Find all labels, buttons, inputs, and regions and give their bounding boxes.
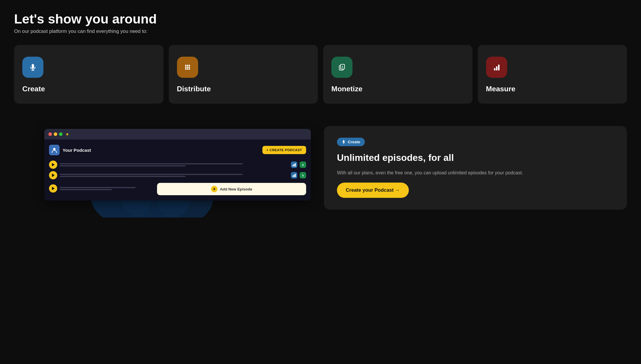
svg-rect-32 <box>294 174 295 177</box>
svg-rect-27 <box>294 164 295 166</box>
episode-row-1: $ <box>49 161 306 169</box>
play-button-3[interactable] <box>49 184 57 193</box>
svg-point-7 <box>187 67 188 68</box>
episode-lines-3 <box>60 187 155 190</box>
create-podcast-cta-button[interactable]: Create your Podcast → <box>337 183 409 198</box>
bar-chart-icon-2 <box>291 172 297 178</box>
feature-card-measure[interactable]: Measure <box>478 45 627 104</box>
podcast-name-label: Your Podcast <box>63 148 91 153</box>
info-panel-description: With all our plans, even the free one, y… <box>337 169 614 177</box>
feature-card-monetize-label: Monetize <box>331 85 362 93</box>
create-badge: Create <box>337 138 365 146</box>
episode-line-long-3 <box>60 187 136 188</box>
play-button-1[interactable] <box>49 161 57 169</box>
episode-line-short-3 <box>60 189 112 190</box>
svg-point-6 <box>188 68 190 70</box>
episode-line-short-1 <box>60 165 185 166</box>
episode-row-3: + Add New Episode <box>49 182 306 195</box>
dollar-icon-1: $ <box>300 161 306 168</box>
episode-line-long-2 <box>60 174 243 175</box>
bottom-section: ★ Your Podcast + CREATE PODCAST <box>14 118 627 218</box>
measure-icon <box>486 57 507 78</box>
svg-rect-19 <box>496 66 497 70</box>
svg-rect-20 <box>498 65 500 70</box>
podcast-avatar <box>49 145 60 155</box>
feature-card-create-label: Create <box>22 85 45 93</box>
svg-point-4 <box>185 67 186 68</box>
feature-card-distribute[interactable]: Distribute <box>169 45 318 104</box>
dollar-icon-2: $ <box>300 172 306 178</box>
svg-text:$: $ <box>302 164 303 166</box>
episode-list: $ <box>49 161 306 195</box>
svg-point-24 <box>53 148 55 150</box>
svg-rect-26 <box>293 165 293 166</box>
svg-point-9 <box>185 68 186 70</box>
illustration-panel: ★ Your Podcast + CREATE PODCAST <box>14 118 317 218</box>
svg-point-12 <box>187 68 188 70</box>
svg-point-10 <box>188 67 190 68</box>
page-title: Let's show you around <box>14 12 627 26</box>
page-subtitle: On our podcast platform you can find eve… <box>14 28 627 34</box>
create-badge-label: Create <box>348 140 360 144</box>
browser-titlebar: ★ <box>44 129 311 139</box>
svg-text:$: $ <box>302 174 303 177</box>
microphone-icon <box>22 57 43 78</box>
svg-point-11 <box>187 65 188 66</box>
info-panel-title: Unlimited episodes, for all <box>337 152 614 163</box>
episode-lines-1 <box>60 163 289 166</box>
podcast-title-row: Your Podcast <box>49 145 91 155</box>
info-panel: Create Unlimited episodes, for all With … <box>324 126 627 210</box>
svg-marker-30 <box>52 173 55 177</box>
browser-dot-red <box>48 132 52 136</box>
episode-row-2: $ <box>49 171 306 179</box>
svg-text:$: $ <box>342 65 343 68</box>
browser-dot-green <box>59 132 63 136</box>
browser-star-icon: ★ <box>65 132 69 136</box>
browser-dot-yellow <box>54 132 57 136</box>
play-button-2[interactable] <box>49 171 57 179</box>
svg-rect-18 <box>494 68 495 70</box>
add-episode-plus-icon: + <box>211 186 217 192</box>
feature-card-create[interactable]: Create <box>14 45 163 104</box>
feature-card-distribute-label: Distribute <box>177 85 211 93</box>
monetize-icon: $ <box>331 57 352 78</box>
browser-window: ★ Your Podcast + CREATE PODCAST <box>44 129 311 200</box>
feature-card-measure-label: Measure <box>486 85 516 93</box>
episode-lines-2 <box>60 174 289 177</box>
episode-line-short-2 <box>60 176 185 177</box>
svg-marker-35 <box>52 187 55 190</box>
microphone-badge-icon <box>342 140 346 144</box>
svg-rect-28 <box>295 163 296 166</box>
browser-content: Your Podcast + CREATE PODCAST <box>44 139 311 200</box>
podcast-header: Your Podcast + CREATE PODCAST <box>49 145 306 155</box>
episode-line-long-1 <box>60 163 243 164</box>
add-episode-button[interactable]: + Add New Episode <box>157 183 306 195</box>
svg-point-8 <box>185 65 186 66</box>
bar-chart-icon-1 <box>291 161 297 168</box>
svg-rect-31 <box>293 175 293 177</box>
feature-card-monetize[interactable]: $ Monetize <box>323 45 473 104</box>
create-podcast-button[interactable]: + CREATE PODCAST <box>262 146 306 154</box>
svg-rect-33 <box>295 174 296 177</box>
add-episode-label: Add New Episode <box>220 187 252 191</box>
svg-marker-25 <box>52 163 55 166</box>
svg-point-5 <box>188 65 190 66</box>
distribute-icon <box>177 57 198 78</box>
feature-cards-row: Create Distribute <box>14 45 627 104</box>
